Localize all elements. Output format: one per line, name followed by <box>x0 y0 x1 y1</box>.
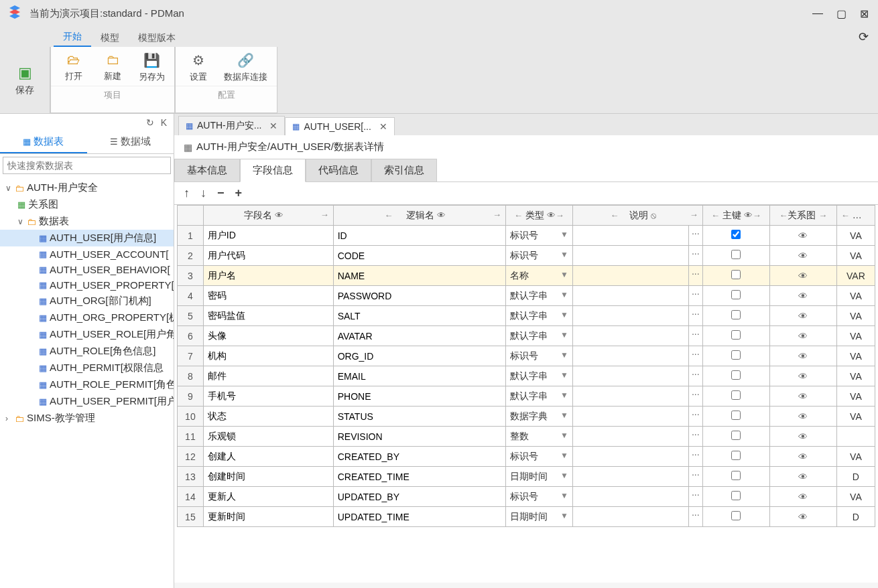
arrow-left-icon[interactable]: ← <box>779 210 788 220</box>
cell-type[interactable]: 标识号▼ <box>505 487 572 507</box>
field-input[interactable] <box>208 291 329 301</box>
logic-input[interactable] <box>338 250 501 261</box>
more-icon[interactable]: ... <box>689 386 702 406</box>
cell-diagram[interactable]: 👁 <box>769 407 836 427</box>
cell-pk[interactable] <box>702 226 769 246</box>
cell-pk[interactable] <box>702 427 769 447</box>
logic-input[interactable] <box>338 291 501 301</box>
col-logic[interactable]: ← 逻辑名 👁 → <box>333 206 505 226</box>
arrow-left-icon[interactable]: ← <box>841 210 850 220</box>
cell-type[interactable]: 日期时间▼ <box>505 467 572 487</box>
tree-table-item[interactable]: ▦AUTH_USER_PERMIT[用户 <box>0 393 174 410</box>
dropdown-icon[interactable]: ▼ <box>559 431 568 443</box>
pk-checkbox[interactable] <box>731 270 741 279</box>
cell-field[interactable] <box>203 487 333 507</box>
cell-field[interactable] <box>203 326 333 346</box>
more-icon[interactable]: ... <box>689 507 702 526</box>
dropdown-icon[interactable]: ▼ <box>559 411 568 423</box>
dbconn-button[interactable]: 🔗数据库连接 <box>224 52 267 83</box>
col-type[interactable]: ← 类型 👁→ <box>505 206 572 226</box>
settings-button[interactable]: ⚙设置 <box>185 52 212 83</box>
col-db[interactable]: ← 数据 <box>836 206 875 226</box>
cell-type[interactable]: 默认字串▼ <box>505 306 572 326</box>
cell-desc[interactable]: ... <box>572 487 702 507</box>
cell-type[interactable]: 标识号▼ <box>505 346 572 366</box>
reload-icon[interactable]: ↻ <box>146 117 154 128</box>
cell-field[interactable] <box>203 226 333 246</box>
logic-input[interactable] <box>338 311 501 321</box>
close-icon[interactable]: ✕ <box>269 121 277 131</box>
dropdown-icon[interactable]: ▼ <box>559 310 568 322</box>
table-row[interactable]: 10数据字典▼...👁VA <box>178 407 875 427</box>
menutab-start[interactable]: 开始 <box>54 28 91 47</box>
more-icon[interactable]: ... <box>689 487 702 506</box>
save-button[interactable]: ▣ 保存 <box>0 47 50 113</box>
cell-pk[interactable] <box>702 346 769 366</box>
table-row[interactable]: 15日期时间▼...👁D <box>178 507 875 527</box>
logic-input[interactable] <box>338 451 501 462</box>
cell-pk[interactable] <box>702 326 769 346</box>
cell-pk[interactable] <box>702 447 769 467</box>
cell-type[interactable]: 默认字串▼ <box>505 326 572 346</box>
cell-logic[interactable] <box>333 266 505 286</box>
tree-table-item[interactable]: ▦AUTH_USER_ROLE[用户角 <box>0 326 174 343</box>
pk-checkbox[interactable] <box>731 290 741 299</box>
doctab-2[interactable]: ▦AUTH_USER[...✕ <box>285 117 394 135</box>
cell-pk[interactable] <box>702 366 769 386</box>
cell-desc[interactable]: ... <box>572 447 702 467</box>
sidetab-tables[interactable]: ▦数据表 <box>0 131 87 153</box>
cell-diagram[interactable]: 👁 <box>769 467 836 487</box>
cell-desc[interactable]: ... <box>572 366 702 386</box>
cell-desc[interactable]: ... <box>572 326 702 346</box>
pk-checkbox[interactable] <box>731 390 741 400</box>
cell-field[interactable] <box>203 507 333 527</box>
cell-diagram[interactable]: 👁 <box>769 226 836 246</box>
pk-checkbox[interactable] <box>731 230 741 239</box>
dropdown-icon[interactable]: ▼ <box>559 270 568 282</box>
more-icon[interactable]: ... <box>689 306 702 325</box>
subtab-index[interactable]: 索引信息 <box>371 159 437 181</box>
desc-input[interactable] <box>573 386 689 406</box>
table-row[interactable]: 2标识号▼...👁VA <box>178 246 875 266</box>
desc-input[interactable] <box>573 427 689 446</box>
close-icon[interactable]: ⊠ <box>857 6 871 21</box>
dropdown-icon[interactable]: ▼ <box>559 491 568 503</box>
cell-logic[interactable] <box>333 386 505 407</box>
more-icon[interactable]: ... <box>689 427 702 446</box>
movedown-icon[interactable]: ↓ <box>200 186 206 200</box>
table-row[interactable]: 9默认字串▼...👁VA <box>178 386 875 407</box>
dropdown-icon[interactable]: ▼ <box>559 471 568 483</box>
cell-field[interactable] <box>203 447 333 467</box>
minimize-icon[interactable]: — <box>810 6 826 21</box>
table-row[interactable]: 5默认字串▼...👁VA <box>178 306 875 326</box>
dropdown-icon[interactable]: ▼ <box>559 451 568 463</box>
desc-input[interactable] <box>573 246 689 265</box>
desc-input[interactable] <box>573 366 689 386</box>
cell-field[interactable] <box>203 407 333 427</box>
pk-checkbox[interactable] <box>731 250 741 259</box>
cell-type[interactable]: 标识号▼ <box>505 226 572 246</box>
logic-input[interactable] <box>338 411 501 422</box>
table-row[interactable]: 4默认字串▼...👁VA <box>178 286 875 306</box>
cell-desc[interactable]: ... <box>572 507 702 527</box>
cell-logic[interactable] <box>333 487 505 507</box>
cell-diagram[interactable]: 👁 <box>769 326 836 346</box>
cell-field[interactable] <box>203 306 333 326</box>
field-input[interactable] <box>208 431 329 442</box>
menutab-version[interactable]: 模型版本 <box>129 29 185 47</box>
logic-input[interactable] <box>338 431 501 442</box>
dropdown-icon[interactable]: ▼ <box>559 330 568 342</box>
cell-logic[interactable] <box>333 447 505 467</box>
logic-input[interactable] <box>338 371 501 382</box>
arrow-right-icon[interactable]: → <box>690 210 698 220</box>
tree-tables-folder[interactable]: ∨🗀数据表 <box>0 213 174 230</box>
logic-input[interactable] <box>338 331 501 342</box>
cell-logic[interactable] <box>333 507 505 527</box>
cell-desc[interactable]: ... <box>572 306 702 326</box>
more-icon[interactable]: ... <box>689 467 702 486</box>
dropdown-icon[interactable]: ▼ <box>559 390 568 402</box>
more-icon[interactable]: ... <box>689 346 702 366</box>
dropdown-icon[interactable]: ▼ <box>559 370 568 382</box>
cell-type[interactable]: 整数▼ <box>505 427 572 447</box>
refresh-icon[interactable]: ⟳ <box>859 29 869 44</box>
